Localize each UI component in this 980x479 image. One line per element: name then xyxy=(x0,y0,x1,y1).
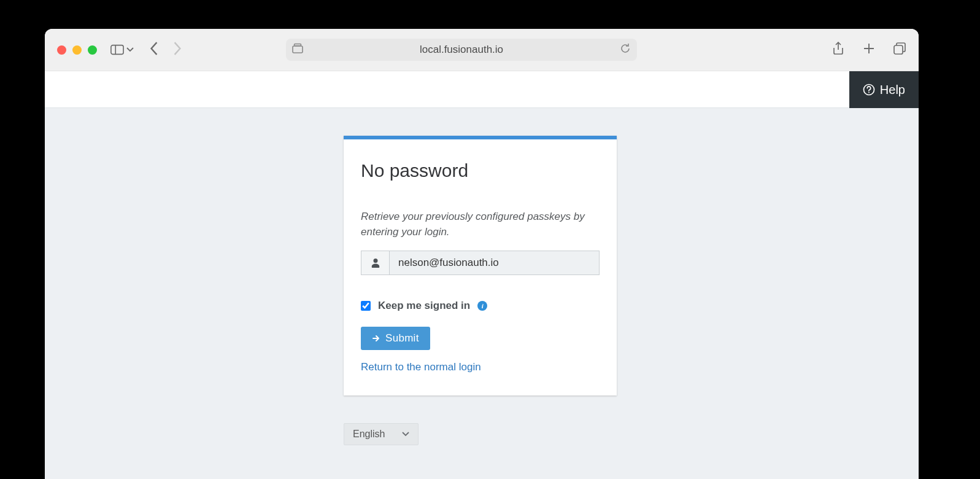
user-icon xyxy=(361,251,390,275)
submit-label: Submit xyxy=(385,332,419,345)
keep-signed-label[interactable]: Keep me signed in xyxy=(378,300,470,312)
chevron-down-icon xyxy=(126,44,134,55)
app-topbar: Help xyxy=(45,71,919,108)
traffic-lights xyxy=(57,45,97,55)
svg-rect-3 xyxy=(295,44,301,45)
url-text: local.fusionauth.io xyxy=(303,44,620,56)
forward-button[interactable] xyxy=(173,42,182,58)
browser-toolbar: local.fusionauth.io xyxy=(45,29,919,71)
keep-signed-row: Keep me signed in i xyxy=(361,300,600,312)
page-content: Help No password Retrieve your previousl… xyxy=(45,71,919,479)
info-icon[interactable]: i xyxy=(477,301,487,311)
login-input-group xyxy=(361,251,600,275)
login-input[interactable] xyxy=(390,251,599,275)
help-label: Help xyxy=(880,83,905,97)
new-tab-icon[interactable] xyxy=(862,42,876,58)
back-button[interactable] xyxy=(150,42,158,58)
language-select[interactable]: English xyxy=(344,423,419,445)
help-icon xyxy=(863,84,875,96)
svg-rect-4 xyxy=(894,45,903,54)
share-icon[interactable] xyxy=(831,42,845,58)
nav-arrows xyxy=(150,42,182,58)
sidebar-toggle-button[interactable] xyxy=(110,44,134,55)
card-title: No password xyxy=(361,160,600,181)
sidebar-icon xyxy=(110,44,124,55)
language-selected: English xyxy=(353,429,385,440)
instruction-text: Retrieve your previously configured pass… xyxy=(361,209,600,240)
browser-window: local.fusionauth.io Help No password Ret… xyxy=(45,29,919,479)
address-bar[interactable]: local.fusionauth.io xyxy=(286,39,637,61)
page-settings-icon[interactable] xyxy=(292,43,303,57)
keep-signed-checkbox[interactable] xyxy=(361,301,371,311)
svg-rect-2 xyxy=(293,46,303,53)
tabs-overview-icon[interactable] xyxy=(893,42,906,58)
svg-rect-0 xyxy=(111,45,123,55)
return-login-link[interactable]: Return to the normal login xyxy=(361,361,600,373)
submit-button[interactable]: Submit xyxy=(361,327,430,350)
login-card: No password Retrieve your previously con… xyxy=(344,136,617,395)
window-close-icon[interactable] xyxy=(57,45,66,55)
window-minimize-icon[interactable] xyxy=(72,45,82,55)
svg-point-6 xyxy=(868,92,870,93)
window-zoom-icon[interactable] xyxy=(88,45,97,55)
arrow-right-icon xyxy=(372,334,380,343)
reload-icon[interactable] xyxy=(620,43,631,57)
help-button[interactable]: Help xyxy=(849,71,919,108)
chevron-down-icon xyxy=(402,430,409,438)
toolbar-right xyxy=(831,42,906,58)
